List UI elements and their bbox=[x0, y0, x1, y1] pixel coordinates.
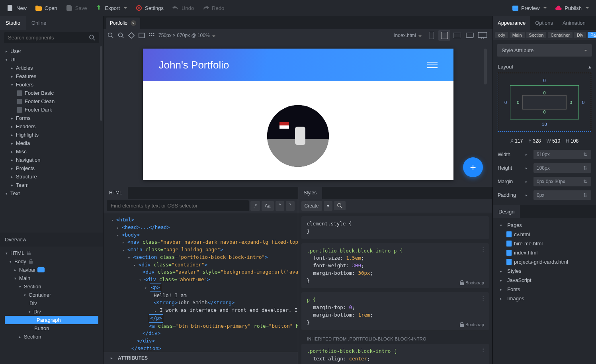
more-icon[interactable]: ⋮ bbox=[481, 295, 486, 302]
zoom-in-icon[interactable] bbox=[107, 32, 114, 39]
height-field[interactable]: 108px⇅ bbox=[533, 163, 591, 173]
canvas-scrollbar[interactable] bbox=[484, 49, 487, 84]
save-button[interactable]: Save bbox=[62, 2, 91, 14]
more-icon[interactable]: ⋮ bbox=[481, 246, 486, 253]
settings-button[interactable]: Settings bbox=[132, 2, 168, 14]
zoom-out-icon[interactable] bbox=[118, 32, 124, 39]
close-tab-icon[interactable]: × bbox=[131, 20, 136, 26]
width-field[interactable]: 510px⇅ bbox=[533, 150, 591, 159]
padding-field[interactable]: 0px⇅ bbox=[533, 190, 591, 200]
next-match[interactable]: ˅ bbox=[286, 201, 295, 211]
style-block-p[interactable]: ⋮ p { margin-top: 0; margin-bottom: 1rem… bbox=[301, 292, 489, 330]
tab-options[interactable]: Options bbox=[530, 16, 558, 30]
ov-section2[interactable]: ▸Section bbox=[0, 333, 103, 341]
more-icon[interactable]: ⋮ bbox=[481, 346, 486, 354]
tab-design[interactable]: Design bbox=[493, 205, 520, 218]
create-style-button[interactable]: Create bbox=[301, 201, 322, 211]
hamburger-icon[interactable] bbox=[427, 62, 438, 68]
ov-navbar[interactable]: ▸Navbar bbox=[0, 266, 103, 274]
design-pages[interactable]: ▾Pages bbox=[493, 221, 596, 230]
tree-projects[interactable]: ▸Projects bbox=[0, 164, 103, 172]
styles-list[interactable]: element.style { } ⋮ .portfolio-block.blo… bbox=[298, 213, 492, 364]
tree-navigation[interactable]: ▸Navigation bbox=[0, 156, 103, 164]
grid-icon[interactable] bbox=[149, 33, 154, 38]
search-input[interactable] bbox=[8, 35, 89, 41]
margin-field[interactable]: 0px 0px 30px⇅ bbox=[533, 177, 591, 186]
tab-portfolio[interactable]: Portfolio× bbox=[106, 18, 140, 29]
tree-ui[interactable]: ▾UI bbox=[0, 55, 103, 64]
ov-section[interactable]: ▾Section bbox=[0, 282, 103, 291]
design-js[interactable]: ▸JavaScript bbox=[493, 276, 596, 285]
add-fab[interactable]: + bbox=[463, 157, 483, 177]
style-block-intro[interactable]: ⋮ .portfolio-block.block-intro { text-al… bbox=[301, 344, 489, 364]
style-block-element[interactable]: element.style { } bbox=[301, 216, 489, 239]
file-selector[interactable]: index.html bbox=[394, 33, 422, 38]
crumb-section[interactable]: Section bbox=[526, 32, 547, 38]
tab-studio[interactable]: Studio bbox=[0, 16, 26, 30]
device-desktop[interactable] bbox=[477, 30, 489, 41]
tree-user[interactable]: ▸User bbox=[0, 47, 103, 55]
preview-button[interactable]: Preview bbox=[508, 2, 551, 14]
ov-main[interactable]: ▾Main bbox=[0, 274, 103, 282]
device-tablet-land[interactable] bbox=[451, 30, 463, 41]
file-hire[interactable]: hire-me.html bbox=[493, 239, 596, 248]
ov-container[interactable]: ▾Container bbox=[0, 291, 103, 299]
crumb-body[interactable]: ody bbox=[495, 32, 508, 38]
create-dropdown[interactable]: ▾ bbox=[324, 201, 332, 211]
tab-appearance[interactable]: Appearance bbox=[493, 16, 530, 30]
undo-button[interactable]: Undo bbox=[168, 2, 198, 14]
tree-features[interactable]: ▸Features bbox=[0, 72, 103, 80]
design-styles[interactable]: ▸Styles bbox=[493, 266, 596, 276]
device-laptop[interactable] bbox=[464, 30, 476, 41]
ov-body[interactable]: ▾Body bbox=[0, 257, 103, 266]
style-attribute-select[interactable]: Style Attribute bbox=[497, 44, 592, 57]
file-cv[interactable]: cv.html bbox=[493, 230, 596, 239]
canvas-page[interactable]: John's Portfolio bbox=[143, 49, 453, 180]
stepper-icon[interactable]: ⇅ bbox=[582, 152, 588, 157]
html-code[interactable]: ▾<html> ▸<head>...</head> ▾<body> ▸<nav … bbox=[104, 213, 298, 352]
tree-misc[interactable]: ▸Misc bbox=[0, 147, 103, 156]
device-phone[interactable] bbox=[426, 30, 438, 41]
style-search-icon[interactable] bbox=[334, 201, 346, 210]
stepper-icon[interactable]: ⇅ bbox=[582, 192, 588, 198]
design-images[interactable]: ▸Images bbox=[493, 294, 596, 303]
open-button[interactable]: Open bbox=[31, 2, 61, 14]
crumb-container[interactable]: Container bbox=[548, 32, 573, 38]
regex-toggle[interactable]: .* bbox=[250, 201, 260, 211]
tree-footer-clean[interactable]: Footer Clean bbox=[0, 97, 103, 106]
tree-media[interactable]: ▸Media bbox=[0, 139, 103, 147]
ov-paragraph[interactable]: Paragraph bbox=[5, 316, 98, 324]
style-block-intro-p[interactable]: ⋮ .portfolio-block.block-intro p { font-… bbox=[301, 243, 489, 289]
tree-team[interactable]: ▸Team bbox=[0, 181, 103, 189]
component-search[interactable] bbox=[4, 32, 99, 43]
tree-articles[interactable]: ▸Articles bbox=[0, 64, 103, 72]
expand-icon[interactable]: ▸ bbox=[524, 179, 529, 184]
file-index[interactable]: index.html bbox=[493, 248, 596, 257]
fit-icon[interactable] bbox=[139, 33, 145, 38]
rotate-icon[interactable] bbox=[128, 32, 135, 39]
ov-button[interactable]: Button bbox=[0, 324, 103, 333]
redo-button[interactable]: Redo bbox=[199, 2, 228, 14]
box-model[interactable]: 0 0 0 0 0 0 0 30 bbox=[498, 73, 591, 132]
tree-text[interactable]: ▾Text bbox=[0, 189, 103, 198]
export-button[interactable]: Export bbox=[92, 2, 131, 14]
device-tablet[interactable] bbox=[438, 30, 450, 41]
case-toggle[interactable]: Aa bbox=[262, 201, 274, 211]
file-projects[interactable]: projects-grid-cards.html bbox=[493, 257, 596, 266]
expand-icon[interactable]: ▸ bbox=[524, 193, 529, 198]
tree-highlights[interactable]: ▸Highlights bbox=[0, 131, 103, 139]
new-button[interactable]: New bbox=[3, 2, 31, 14]
stepper-icon[interactable]: ⇅ bbox=[582, 179, 588, 184]
tree-headers[interactable]: ▸Headers bbox=[0, 122, 103, 131]
expand-icon[interactable]: ▸ bbox=[524, 166, 529, 170]
attributes-header[interactable]: ▸ATTRIBUTES bbox=[104, 352, 298, 364]
tree-structure[interactable]: ▸Structure bbox=[0, 172, 103, 181]
tree-footer-basic[interactable]: Footer Basic bbox=[0, 89, 103, 97]
publish-button[interactable]: Publish bbox=[551, 2, 593, 14]
canvas-dimensions[interactable]: 750px × 670px @ 100% bbox=[158, 33, 215, 38]
tab-animation[interactable]: Animation bbox=[558, 16, 590, 30]
crumb-div[interactable]: Div bbox=[574, 32, 586, 38]
tab-styles[interactable]: Styles bbox=[298, 187, 322, 199]
expand-icon[interactable]: ▸ bbox=[524, 152, 529, 157]
design-fonts[interactable]: ▸Fonts bbox=[493, 285, 596, 294]
